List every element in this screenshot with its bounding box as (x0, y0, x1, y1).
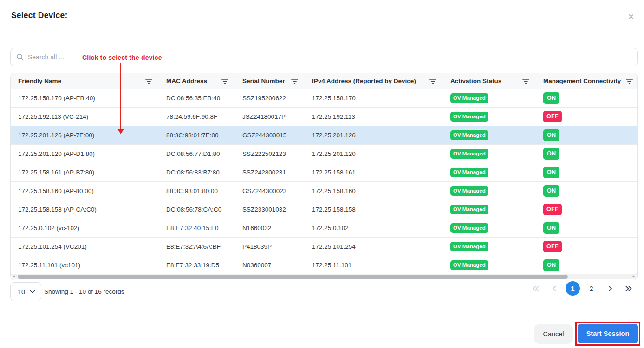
cell-serial-number: SSZ242800231 (242, 163, 312, 181)
cell-serial-number: GSZ244300023 (242, 182, 312, 200)
table-row[interactable]: 172.25.11.101 (vc101)E8:E7:32:33:19:D5N0… (11, 256, 637, 275)
table-row[interactable]: 172.25.158.160 (AP-80:00)88:3C:93:01:80:… (11, 182, 637, 200)
filter-icon[interactable] (429, 78, 436, 84)
column-header-mac-address: MAC Address (166, 73, 242, 89)
connectivity-badge: ON (543, 129, 559, 141)
column-header-activation-status: Activation Status (450, 73, 543, 89)
annotation-arrow-head (117, 129, 124, 134)
cell-friendly-name: 172.25.158.160 (AP-80:00) (11, 182, 166, 200)
search-icon (16, 53, 24, 61)
horizontal-scrollbar[interactable]: ◂ ▸ (12, 274, 637, 279)
table-body: 172.25.158.170 (AP-EB:40)DC:08:56:35:EB:… (11, 89, 637, 275)
records-summary: Showing 1 - 10 of 16 records (44, 288, 124, 295)
table-row[interactable]: 172.25.201.126 (AP-7E:00)88:3C:93:01:7E:… (11, 126, 637, 145)
connectivity-badge: ON (543, 167, 559, 178)
table-row[interactable]: 172.25.192.113 (VC-214)78:24:59:6F:90:8F… (11, 108, 637, 126)
cell-activation-status: OV Managed (450, 219, 543, 237)
page-size-select[interactable]: 10 (10, 282, 41, 301)
cell-activation-status: OV Managed (450, 145, 543, 163)
cancel-button[interactable]: Cancel (534, 324, 573, 344)
scroll-left-arrow[interactable]: ◂ (13, 274, 15, 279)
cell-management-connectivity: OFF (543, 238, 637, 256)
table-row[interactable]: 172.25.158.161 (AP-B7:80)DC:08:56:83:B7:… (11, 163, 637, 182)
first-page-button[interactable] (528, 281, 543, 296)
table-row[interactable]: 172.25.101.254 (VC201)E8:E7:32:A4:6A:BFP… (11, 238, 637, 256)
cell-friendly-name: 172.25.201.120 (AP-D1:80) (11, 145, 166, 163)
chevron-down-icon (30, 290, 35, 294)
cell-mac-address: DC:08:56:77:D1:80 (166, 145, 242, 163)
cell-friendly-name: 172.25.101.254 (VC201) (11, 238, 166, 256)
connectivity-badge: OFF (543, 204, 562, 215)
cell-friendly-name: 172.25.0.102 (vc-102) (11, 219, 166, 237)
close-icon[interactable]: ✕ (625, 11, 637, 23)
scrollbar-thumb[interactable] (18, 275, 568, 279)
cell-ipv4-address: 172.25.101.254 (312, 238, 450, 256)
activation-status-badge: OV Managed (450, 149, 488, 159)
page-button-2[interactable]: 2 (584, 281, 598, 296)
scroll-right-arrow[interactable]: ▸ (632, 274, 635, 279)
device-table: Friendly Name MAC Address Serial Number … (10, 73, 638, 280)
cell-mac-address: 88:3C:93:01:80:00 (166, 182, 242, 200)
activation-status-badge: OV Managed (450, 130, 488, 141)
start-session-button[interactable]: Start Session (578, 324, 638, 343)
chevron-right-icon (607, 285, 613, 292)
cell-ipv4-address: 172.25.201.120 (312, 145, 450, 163)
activation-status-badge: OV Managed (450, 260, 488, 271)
cell-management-connectivity: OFF (543, 108, 637, 126)
filter-icon[interactable] (221, 78, 228, 84)
cell-mac-address: 88:3C:93:01:7E:00 (166, 126, 242, 144)
connectivity-badge: ON (543, 92, 559, 104)
cell-friendly-name: 172.25.158.161 (AP-B7:80) (11, 163, 166, 181)
column-header-serial-number: Serial Number (242, 73, 312, 89)
connectivity-badge: OFF (543, 111, 562, 122)
page-button-1[interactable]: 1 (566, 281, 580, 296)
cell-mac-address: DC:08:56:83:B7:80 (166, 163, 242, 181)
last-page-button[interactable] (621, 281, 636, 296)
cell-ipv4-address: 172.25.192.113 (312, 108, 450, 126)
activation-status-badge: OV Managed (450, 93, 488, 103)
cell-serial-number: SSZ222502123 (242, 145, 312, 163)
cell-activation-status: OV Managed (450, 108, 543, 126)
chevrons-left-icon (532, 285, 540, 292)
table-row[interactable]: 172.25.158.158 (AP-CA:C0)DC:08:56:78:CA:… (11, 200, 637, 219)
table-header-row: Friendly Name MAC Address Serial Number … (11, 73, 637, 89)
cell-friendly-name: 172.25.192.113 (VC-214) (11, 108, 166, 126)
annotation-callout-text: Click to select the device (82, 54, 162, 61)
filter-icon[interactable] (145, 78, 152, 84)
activation-status-badge: OV Managed (450, 168, 488, 178)
table-row[interactable]: 172.25.0.102 (vc-102)E8:E7:32:40:15:F0N1… (11, 219, 637, 238)
cell-mac-address: DC:08:56:35:EB:40 (166, 89, 242, 107)
table-row[interactable]: 172.25.158.170 (AP-EB:40)DC:08:56:35:EB:… (11, 89, 637, 108)
cell-ipv4-address: 172.25.0.102 (312, 219, 450, 237)
cell-management-connectivity: ON (543, 163, 637, 181)
cell-ipv4-address: 172.25.158.170 (312, 89, 450, 107)
cell-activation-status: OV Managed (450, 238, 543, 256)
filter-icon[interactable] (291, 78, 298, 84)
cell-serial-number: N1660032 (242, 219, 312, 237)
filter-icon[interactable] (522, 78, 529, 84)
page-size-value: 10 (18, 288, 25, 296)
cell-serial-number: GSZ244300015 (242, 126, 312, 144)
cell-mac-address: E8:E7:32:A4:6A:BF (166, 238, 242, 256)
prev-page-button[interactable] (547, 281, 561, 296)
activation-status-badge: OV Managed (450, 242, 488, 252)
cell-ipv4-address: 172.25.158.160 (312, 182, 450, 200)
cell-friendly-name: 172.25.201.126 (AP-7E:00) (11, 126, 166, 144)
connectivity-badge: ON (543, 259, 559, 271)
dialog-title: Select Device: (11, 11, 67, 20)
activation-status-badge: OV Managed (450, 223, 488, 233)
cell-friendly-name: 172.25.158.170 (AP-EB:40) (11, 89, 166, 107)
cell-serial-number: P418039P (242, 238, 312, 256)
cell-management-connectivity: ON (543, 219, 637, 237)
cell-mac-address: E8:E7:32:40:15:F0 (166, 219, 242, 237)
table-row[interactable]: 172.25.201.120 (AP-D1:80)DC:08:56:77:D1:… (11, 145, 637, 163)
cell-management-connectivity: ON (543, 182, 637, 200)
cell-management-connectivity: ON (543, 145, 637, 163)
cell-activation-status: OV Managed (450, 126, 543, 144)
connectivity-badge: ON (543, 222, 559, 234)
next-page-button[interactable] (603, 281, 617, 296)
connectivity-badge: OFF (543, 241, 562, 252)
connectivity-badge: ON (543, 185, 559, 197)
filter-icon[interactable] (626, 78, 633, 84)
cell-friendly-name: 172.25.158.158 (AP-CA:C0) (11, 200, 166, 219)
